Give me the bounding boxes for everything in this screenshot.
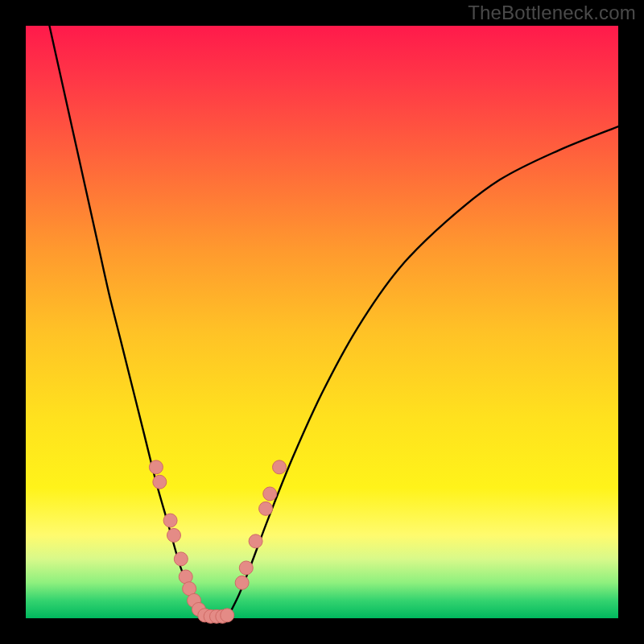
data-marker: [163, 514, 177, 527]
data-marker: [263, 487, 277, 501]
data-marker: [174, 552, 188, 566]
data-marker: [249, 535, 262, 548]
right-curve: [227, 126, 618, 618]
chart-svg: [26, 26, 618, 618]
data-marker: [149, 460, 163, 474]
data-marker: [259, 502, 273, 515]
data-marker: [235, 576, 249, 589]
data-marker: [153, 475, 167, 489]
data-marker: [239, 561, 253, 575]
data-marker: [167, 528, 181, 542]
data-marker: [221, 609, 234, 622]
curve-group: [49, 26, 618, 618]
watermark-text: TheBottleneck.com: [468, 2, 636, 24]
chart-frame: TheBottleneck.com: [0, 0, 644, 644]
left-curve: [49, 26, 206, 618]
chart-plot-area: [26, 26, 618, 618]
marker-group: [149, 460, 286, 623]
data-marker: [273, 460, 287, 474]
